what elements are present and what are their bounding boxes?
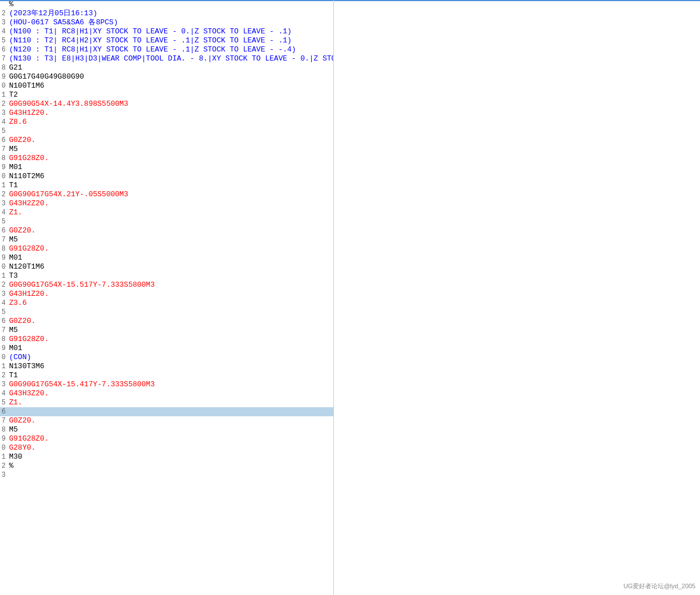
line-content: M5 bbox=[8, 145, 333, 154]
code-line: 4Z8.6 bbox=[0, 118, 333, 127]
line-content: (2023年12月05日16:13) bbox=[8, 9, 333, 18]
code-line: 9M01 bbox=[0, 344, 333, 353]
code-line: 3G0G90G17G54X-15.417Y-7.333S5800M3 bbox=[0, 380, 333, 389]
line-number: 2 bbox=[0, 190, 8, 199]
line-number: 5 bbox=[0, 217, 8, 226]
line-content: Z1. bbox=[8, 398, 333, 407]
code-line: 0(CON) bbox=[0, 353, 333, 362]
line-number: 6 bbox=[0, 226, 8, 235]
code-line: 2G0G90G17G54X.21Y-.05S5000M3 bbox=[0, 190, 333, 199]
line-number: 1 bbox=[0, 362, 8, 371]
code-line: 6 bbox=[0, 407, 333, 416]
line-content: G0Z20. bbox=[8, 416, 333, 425]
code-line: 7M5 bbox=[0, 145, 333, 154]
code-line: 6G0Z20. bbox=[0, 136, 333, 145]
line-content: N100T1M6 bbox=[8, 81, 333, 90]
line-content: G0Z20. bbox=[8, 136, 333, 145]
line-number: 2 bbox=[0, 281, 8, 290]
line-number: 1 bbox=[0, 90, 8, 100]
line-content: M5 bbox=[8, 326, 333, 335]
line-number: 5 bbox=[0, 36, 8, 45]
code-line: 0N120T1M6 bbox=[0, 262, 333, 271]
code-line: 6(N120 : T1| RC8|H1|XY STOCK TO LEAVE - … bbox=[0, 45, 333, 54]
code-line: 2G0G90G17G54X-15.517Y-7.333S5800M3 bbox=[0, 281, 333, 290]
line-content: G91G28Z0. bbox=[8, 244, 333, 253]
main-container: %2(2023年12月05日16:13)3(HOU-0617 SA5&SA6 各… bbox=[0, 0, 700, 595]
line-number: 9 bbox=[0, 434, 8, 443]
line-content: G0G90G54X-14.4Y3.898S5500M3 bbox=[8, 100, 333, 109]
line-content: M30 bbox=[8, 452, 333, 462]
code-line: 3 bbox=[0, 471, 333, 480]
line-number: 8 bbox=[0, 335, 8, 344]
code-area[interactable]: %2(2023年12月05日16:13)3(HOU-0617 SA5&SA6 各… bbox=[0, 0, 333, 595]
line-number: 3 bbox=[0, 380, 8, 389]
line-content: G0G90G17G54X.21Y-.05S5000M3 bbox=[8, 190, 333, 199]
code-line: 3(HOU-0617 SA5&SA6 各8PCS) bbox=[0, 18, 333, 27]
line-content: N130T3M6 bbox=[8, 362, 333, 371]
code-line: 0N110T2M6 bbox=[0, 172, 333, 181]
line-number: 3 bbox=[0, 18, 8, 27]
line-content: N120T1M6 bbox=[8, 262, 333, 271]
line-number: 6 bbox=[0, 45, 8, 54]
code-line: 1M30 bbox=[0, 452, 333, 462]
line-content: G28Y0. bbox=[8, 443, 333, 452]
code-line: 3G43H1Z20. bbox=[0, 290, 333, 299]
line-number: 0 bbox=[0, 353, 8, 362]
line-number: 4 bbox=[0, 299, 8, 308]
code-line: 0N100T1M6 bbox=[0, 81, 333, 90]
line-content: (N130 : T3| E8|H3|D3|WEAR COMP|TOOL DIA.… bbox=[8, 54, 333, 63]
code-line: 0G28Y0. bbox=[0, 443, 333, 452]
line-number: 5 bbox=[0, 127, 8, 136]
line-number: 9 bbox=[0, 344, 8, 353]
line-number: 8 bbox=[0, 63, 8, 72]
code-line: 9M01 bbox=[0, 253, 333, 262]
line-number: 7 bbox=[0, 54, 8, 63]
line-content: G0G90G17G54X-15.417Y-7.333S5800M3 bbox=[8, 380, 333, 389]
code-line: 4Z1. bbox=[0, 208, 333, 217]
line-number: 9 bbox=[0, 253, 8, 262]
line-number: 6 bbox=[0, 407, 8, 416]
code-line: 4G43H3Z20. bbox=[0, 389, 333, 398]
line-number: 1 bbox=[0, 452, 8, 462]
line-number: 7 bbox=[0, 416, 8, 425]
line-number: 2 bbox=[0, 9, 8, 18]
line-content: M5 bbox=[8, 425, 333, 434]
line-number: 2 bbox=[0, 462, 8, 471]
line-number: 0 bbox=[0, 262, 8, 271]
code-line: 7M5 bbox=[0, 235, 333, 244]
line-content: G91G28Z0. bbox=[8, 335, 333, 344]
line-number: 6 bbox=[0, 317, 8, 326]
line-number: 8 bbox=[0, 425, 8, 434]
code-line: 7M5 bbox=[0, 326, 333, 335]
line-number: 4 bbox=[0, 208, 8, 217]
code-line: 5Z1. bbox=[0, 398, 333, 407]
code-line: 8G91G28Z0. bbox=[0, 335, 333, 344]
code-line: 4Z3.6 bbox=[0, 299, 333, 308]
line-number: 3 bbox=[0, 109, 8, 118]
line-number: 4 bbox=[0, 389, 8, 398]
line-number: 9 bbox=[0, 72, 8, 81]
code-line: 5 bbox=[0, 308, 333, 317]
line-content: T2 bbox=[8, 90, 333, 100]
line-number: 3 bbox=[0, 290, 8, 299]
line-content: % bbox=[8, 0, 333, 9]
line-number: 5 bbox=[0, 308, 8, 317]
code-line: 6G0Z20. bbox=[0, 226, 333, 235]
line-content: (HOU-0617 SA5&SA6 各8PCS) bbox=[8, 18, 333, 27]
line-number: 7 bbox=[0, 235, 8, 244]
line-number: 3 bbox=[0, 199, 8, 208]
code-line: 2(2023年12月05日16:13) bbox=[0, 9, 333, 18]
line-content: N110T2M6 bbox=[8, 172, 333, 181]
line-content: % bbox=[8, 462, 333, 471]
line-content: G0G17G40G49G80G90 bbox=[8, 72, 333, 81]
code-line: 8G21 bbox=[0, 63, 333, 72]
line-number: 8 bbox=[0, 244, 8, 253]
line-number: 4 bbox=[0, 27, 8, 36]
line-content: (N110 : T2| RC4|H2|XY STOCK TO LEAVE - .… bbox=[8, 36, 333, 45]
line-number: 6 bbox=[0, 136, 8, 145]
line-number: 7 bbox=[0, 326, 8, 335]
line-content: G91G28Z0. bbox=[8, 154, 333, 163]
left-pane: %2(2023年12月05日16:13)3(HOU-0617 SA5&SA6 各… bbox=[0, 0, 334, 595]
code-line: 7G0Z20. bbox=[0, 416, 333, 425]
line-content: G0Z20. bbox=[8, 226, 333, 235]
